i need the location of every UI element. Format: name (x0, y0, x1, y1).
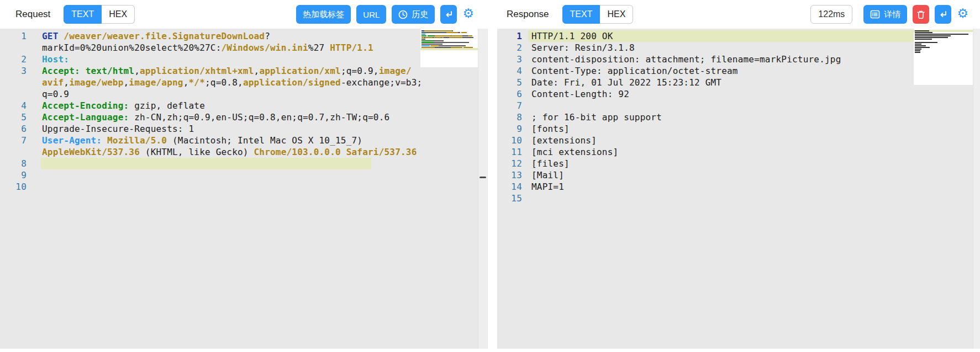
request-scrollbar-thumb[interactable] (480, 177, 486, 178)
send-response-button[interactable] (935, 5, 951, 24)
line-number: 5 (497, 77, 522, 88)
code-line: AppleWebKit/537.36 (KHTML, like Gecko) C… (0, 146, 488, 158)
line-number: 3 (497, 54, 522, 65)
response-tab-hex[interactable]: HEX (600, 5, 633, 24)
line-number: 10 (497, 135, 522, 146)
code-line: 9 (0, 169, 488, 181)
line-number: 15 (497, 193, 522, 204)
response-header: Response TEXT HEX 122ms 详情 (497, 0, 980, 29)
code-line: 5Date: Fri, 01 Jul 2022 15:23:12 GMT (497, 77, 980, 88)
line-number: 8 (497, 111, 522, 123)
request-tab-text[interactable]: TEXT (64, 5, 102, 24)
request-scrollbar[interactable] (478, 29, 487, 349)
code-line: 6Content-Length: 92 (497, 88, 980, 100)
line-number: 1 (0, 30, 27, 42)
code-line: 10[extensions] (497, 135, 980, 146)
code-line: 14MAPI=1 (497, 181, 980, 193)
response-code-area[interactable]: 1HTTP/1.1 200 OK2Server: Resin/3.1.83con… (497, 29, 980, 349)
url-button[interactable]: URL (356, 5, 386, 24)
request-tab-hex[interactable]: HEX (102, 5, 135, 24)
gear-icon: ⚙ (957, 6, 968, 20)
code-line: markId=0%20union%20select%20%27C:/Window… (0, 42, 488, 54)
line-number: 7 (0, 135, 27, 146)
list-detail-icon (870, 9, 880, 19)
line-number: 9 (0, 169, 27, 181)
line-number: 2 (0, 54, 27, 65)
request-editor[interactable]: 1GET /weaver/weaver.file.SignatureDownLo… (0, 29, 488, 349)
code-line: q=0.9 (0, 88, 488, 100)
code-line: 5Accept-Language: zh-CN,zh;q=0.9,en-US;q… (0, 111, 488, 123)
line-number: 13 (497, 169, 522, 181)
line-number: 5 (0, 111, 27, 123)
response-toolbar: 122ms 详情 ⚙ (810, 5, 968, 24)
line-number: 4 (497, 65, 522, 77)
code-line: 12[files] (497, 158, 980, 169)
latency-badge: 122ms (810, 5, 852, 24)
response-panel: Response TEXT HEX 122ms 详情 (497, 0, 980, 349)
code-line: 13[Mail] (497, 169, 980, 181)
code-line: 1HTTP/1.1 200 OK (497, 30, 980, 42)
history-button[interactable]: 历史 (392, 5, 435, 24)
code-line: 9[fonts] (497, 123, 980, 135)
code-line: 4Content-Type: application/octet-stream (497, 65, 980, 77)
line-number: 3 (0, 65, 27, 77)
request-settings-button[interactable]: ⚙ (462, 13, 474, 15)
line-number: 9 (497, 123, 522, 135)
request-view-toggle: TEXT HEX (64, 5, 135, 24)
response-tab-text[interactable]: TEXT (562, 5, 600, 24)
detail-button[interactable]: 详情 (863, 5, 907, 24)
response-settings-button[interactable]: ⚙ (957, 13, 968, 15)
enter-arrow-icon (939, 10, 947, 19)
response-view-toggle: TEXT HEX (562, 5, 634, 24)
code-line: 11[mci extensions] (497, 146, 980, 158)
code-line: 7 (497, 100, 980, 111)
hot-reload-tag-button[interactable]: 热加载标签 (296, 5, 351, 24)
response-title: Response (507, 9, 549, 20)
line-number: 6 (497, 88, 522, 100)
request-header: Request TEXT HEX 热加载标签 URL 历史 ⚙ (0, 0, 488, 29)
response-editor[interactable]: 1HTTP/1.1 200 OK2Server: Resin/3.1.83con… (497, 29, 980, 349)
line-number: 12 (497, 158, 522, 169)
trash-icon (916, 10, 925, 19)
code-line: 8; for 16-bit app support (497, 111, 980, 123)
code-line: avif,image/webp,image/apng,*/*;q=0.8,app… (0, 77, 488, 88)
request-title: Request (15, 9, 50, 20)
response-minimap[interactable] (914, 29, 973, 85)
code-line: 3content-disposition: attachment; filena… (497, 54, 980, 65)
line-number: 14 (497, 181, 522, 193)
line-number: 1 (497, 30, 522, 42)
line-number: 4 (0, 100, 27, 111)
code-line: 2Host: (0, 54, 488, 65)
code-line: 7User-Agent: Mozilla/5.0 (Macintosh; Int… (0, 135, 488, 146)
line-number: 10 (0, 181, 27, 193)
code-line: 2Server: Resin/3.1.8 (497, 42, 980, 54)
clock-icon (398, 10, 408, 19)
code-line: 6Upgrade-Insecure-Requests: 1 (0, 123, 488, 135)
enter-arrow-icon (444, 10, 453, 19)
response-scrollbar[interactable] (973, 29, 980, 349)
line-number: 2 (497, 42, 522, 54)
code-line: 15 (497, 193, 980, 204)
active-line-highlight (41, 158, 371, 169)
code-line: 10 (0, 181, 488, 193)
line-number: 7 (497, 100, 522, 111)
line-number: 11 (497, 146, 522, 158)
request-panel: Request TEXT HEX 热加载标签 URL 历史 ⚙ (0, 0, 488, 349)
code-line: 1GET /weaver/weaver.file.SignatureDownLo… (0, 30, 488, 42)
request-code-area[interactable]: 1GET /weaver/weaver.file.SignatureDownLo… (0, 29, 488, 349)
gear-icon: ⚙ (462, 6, 474, 20)
line-number: 8 (0, 158, 27, 169)
request-minimap[interactable] (420, 29, 478, 67)
code-line: 8 (0, 158, 488, 169)
line-number: 6 (0, 123, 27, 135)
clear-response-button[interactable] (913, 5, 929, 24)
request-toolbar: 热加载标签 URL 历史 ⚙ (296, 5, 474, 24)
code-line: 4Accept-Encoding: gzip, deflate (0, 100, 488, 111)
send-request-button[interactable] (440, 5, 457, 24)
code-line: 3Accept: text/html,application/xhtml+xml… (0, 65, 488, 77)
